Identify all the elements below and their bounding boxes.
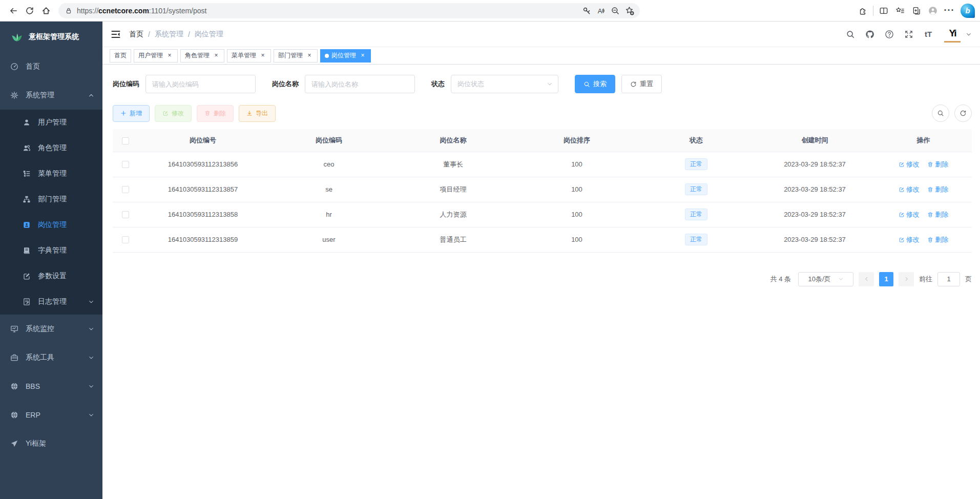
search-icon[interactable]: [842, 26, 859, 43]
address-bar[interactable]: https://ccnetcore.com:1101/system/post: [58, 3, 640, 18]
favorites-icon[interactable]: [892, 3, 908, 19]
row-edit-link[interactable]: 修改: [899, 160, 920, 169]
goto-label: 前往: [919, 275, 932, 284]
app-navbar: 首页 / 系统管理 / 岗位管理 tT Yi: [102, 22, 980, 47]
menu-label: 角色管理: [38, 143, 67, 153]
tab-posts[interactable]: 岗位管理×: [320, 49, 371, 63]
refresh-icon[interactable]: [22, 3, 38, 19]
page-size-select[interactable]: 10条/页: [798, 272, 853, 286]
sidebar-item-logs[interactable]: 日志管理: [0, 289, 102, 315]
row-delete-link[interactable]: 删除: [927, 210, 948, 219]
delete-button[interactable]: 删除: [197, 105, 234, 122]
close-icon[interactable]: ×: [213, 52, 220, 59]
profile-avatar[interactable]: [925, 3, 941, 19]
row-delete-link[interactable]: 删除: [927, 185, 948, 194]
tab-menus[interactable]: 菜单管理×: [227, 49, 271, 63]
page-content: 岗位编码 岗位名称 状态 岗位状态 搜索 重置: [102, 65, 980, 499]
breadcrumb-separator: /: [188, 30, 190, 38]
trash-icon: [927, 212, 933, 218]
menu-label: 部门管理: [38, 195, 67, 204]
breadcrumb-home[interactable]: 首页: [129, 30, 143, 39]
sidebar-item-yi-framework[interactable]: Yi框架: [0, 429, 102, 458]
home-icon[interactable]: [38, 3, 54, 19]
table-row: 1641030593112313856 ceo 董事长 100 正常 2023-…: [113, 152, 972, 177]
page-number-1[interactable]: 1: [879, 272, 893, 286]
sidebar-item-roles[interactable]: 角色管理: [0, 135, 102, 161]
user-avatar[interactable]: Yi: [944, 26, 961, 43]
toggle-search-icon[interactable]: [932, 105, 949, 122]
close-icon[interactable]: ×: [359, 52, 366, 59]
row-delete-link[interactable]: 删除: [927, 235, 948, 244]
row-checkbox[interactable]: [122, 211, 129, 218]
goto-page-input[interactable]: [937, 272, 960, 286]
sidebar-item-posts[interactable]: 岗位管理: [0, 212, 102, 238]
select-all-checkbox[interactable]: [122, 137, 129, 144]
sidebar-item-tools[interactable]: 系统工具: [0, 343, 102, 372]
tab-users[interactable]: 用户管理×: [134, 49, 178, 63]
close-icon[interactable]: ×: [306, 52, 313, 59]
sidebar-item-parameters[interactable]: 参数设置: [0, 263, 102, 289]
extensions-icon[interactable]: [854, 3, 871, 19]
chevron-left-icon: [864, 276, 869, 282]
split-screen-icon[interactable]: [875, 3, 892, 19]
sidebar-item-monitor[interactable]: 系统监控: [0, 315, 102, 343]
users-icon: [23, 144, 31, 152]
github-icon[interactable]: [861, 26, 879, 43]
chevron-down-icon: [88, 412, 94, 418]
sidebar-item-system[interactable]: 系统管理: [0, 81, 102, 110]
add-favorite-icon[interactable]: [622, 4, 637, 18]
header-created-at: 创建时间: [755, 129, 875, 152]
edit-icon: [162, 110, 169, 116]
sidebar-item-erp[interactable]: ERP: [0, 401, 102, 429]
read-aloud-icon[interactable]: [594, 4, 608, 18]
sidebar-item-bbs[interactable]: BBS: [0, 372, 102, 401]
copilot-bing-icon[interactable]: b: [961, 4, 975, 18]
more-menu-icon[interactable]: ···: [941, 3, 957, 19]
close-icon[interactable]: ×: [259, 52, 266, 59]
app-logo[interactable]: 意框架管理系统: [0, 22, 102, 52]
zoom-out-icon[interactable]: [608, 4, 622, 18]
row-checkbox[interactable]: [122, 236, 129, 243]
row-checkbox[interactable]: [122, 186, 129, 193]
sidebar-item-home[interactable]: 首页: [0, 52, 102, 81]
pagination: 共 4 条 10条/页 1 前往 页: [113, 272, 972, 286]
collections-icon[interactable]: [908, 3, 925, 19]
row-edit-link[interactable]: 修改: [899, 185, 920, 194]
row-checkbox[interactable]: [122, 161, 129, 168]
menu-label: BBS: [26, 382, 40, 390]
user-menu-caret-icon[interactable]: [966, 31, 972, 37]
back-icon[interactable]: [5, 3, 22, 19]
post-code-input[interactable]: [145, 75, 256, 93]
next-page-button[interactable]: [899, 272, 914, 286]
menu-label: 系统监控: [26, 324, 54, 334]
password-key-icon[interactable]: [579, 4, 594, 18]
total-count: 共 4 条: [770, 275, 791, 284]
font-size-icon[interactable]: tT: [920, 26, 937, 43]
sidebar-item-menus[interactable]: 菜单管理: [0, 161, 102, 186]
tab-home[interactable]: 首页: [110, 49, 131, 63]
search-button[interactable]: 搜索: [575, 75, 615, 93]
row-edit-link[interactable]: 修改: [899, 210, 920, 219]
refresh-table-icon[interactable]: [954, 105, 972, 122]
document-edit-icon: [23, 298, 31, 306]
prev-page-button[interactable]: [859, 272, 874, 286]
add-button[interactable]: 新增: [113, 105, 150, 122]
sidebar-fold-icon[interactable]: [111, 29, 121, 39]
tab-roles[interactable]: 角色管理×: [180, 49, 224, 63]
fullscreen-icon[interactable]: [900, 26, 918, 43]
tab-departments[interactable]: 部门管理×: [274, 49, 318, 63]
url-text[interactable]: https://ccnetcore.com:1101/system/post: [77, 7, 579, 15]
row-delete-link[interactable]: 删除: [927, 160, 948, 169]
status-select[interactable]: 岗位状态: [451, 75, 558, 93]
reset-button[interactable]: 重置: [621, 75, 662, 93]
sidebar-item-dictionary[interactable]: 字典管理: [0, 238, 102, 263]
row-edit-link[interactable]: 修改: [899, 235, 920, 244]
sidebar-item-users[interactable]: 用户管理: [0, 110, 102, 135]
sidebar-item-departments[interactable]: 部门管理: [0, 186, 102, 212]
paper-plane-icon: [10, 440, 18, 448]
close-icon[interactable]: ×: [166, 52, 173, 59]
help-icon[interactable]: [881, 26, 898, 43]
post-name-input[interactable]: [305, 75, 415, 93]
export-button[interactable]: 导出: [239, 105, 276, 122]
edit-button[interactable]: 修改: [155, 105, 192, 122]
